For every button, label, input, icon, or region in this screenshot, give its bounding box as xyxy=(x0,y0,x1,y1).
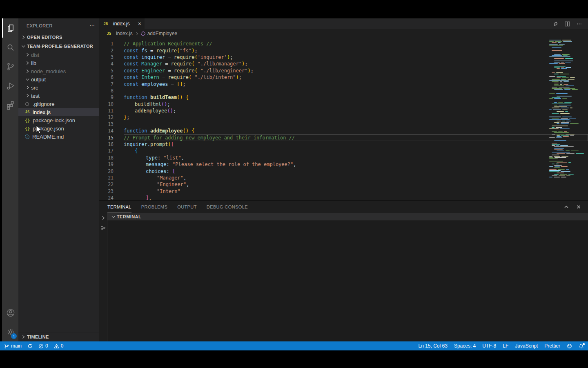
code-line-6[interactable]: 6const Intern = require( "./lib/intern")… xyxy=(99,74,588,81)
status-spaces-4[interactable]: Spaces: 4 xyxy=(454,343,476,349)
code-line-8[interactable]: 8 xyxy=(99,88,588,94)
status-label: main xyxy=(11,343,22,349)
tab-close-icon[interactable]: × xyxy=(138,21,141,27)
code-line-22[interactable]: 22"Engineer", xyxy=(99,181,588,188)
terminal-output-area[interactable] xyxy=(107,220,588,341)
open-editors-section[interactable]: OPEN EDITORS xyxy=(18,33,99,42)
chevron-right-icon[interactable] xyxy=(101,215,106,220)
line-content: message: "Please select the role of the … xyxy=(124,161,588,168)
code-editor[interactable]: 1// Application Requirements //2const fs… xyxy=(99,38,588,200)
code-line-7[interactable]: 7const employees = []; xyxy=(99,81,588,87)
code-line-3[interactable]: 3const inquirer = require('inquirer'); xyxy=(99,54,588,61)
tree-item-src[interactable]: src xyxy=(18,83,99,92)
minimap[interactable] xyxy=(549,40,585,178)
breadcrumb-file[interactable]: index.js xyxy=(116,31,133,36)
code-line-24[interactable]: 24], xyxy=(99,195,588,200)
bell-icon xyxy=(579,343,584,349)
status-javascript[interactable]: JavaScript xyxy=(515,343,538,349)
settings-icon[interactable]: 1 xyxy=(2,322,18,341)
code-line-12[interactable]: 12}; xyxy=(99,114,588,121)
panel-tab-problems[interactable]: PROBLEMS xyxy=(141,201,167,213)
status-lf[interactable]: LF xyxy=(503,343,508,349)
status-ln-15-col-63[interactable]: Ln 15, Col 63 xyxy=(419,343,448,349)
code-line-1[interactable]: 1// Application Requirements // xyxy=(99,40,588,47)
tree-item-package-json[interactable]: {}package.json xyxy=(18,124,99,132)
code-line-2[interactable]: 2const fs = require("fs"); xyxy=(99,47,588,54)
status-prettier[interactable]: Prettier xyxy=(544,343,560,349)
tree-item-lib[interactable]: lib xyxy=(18,59,99,67)
code-line-13[interactable]: 13 xyxy=(99,121,588,128)
split-terminal-icon[interactable] xyxy=(101,225,106,230)
chevron-right-icon xyxy=(25,94,29,97)
open-changes-icon[interactable] xyxy=(552,21,559,27)
code-line-11[interactable]: 11addEmployee(); xyxy=(99,108,588,114)
code-tokens: const fs = require("fs"); xyxy=(124,48,198,54)
terminal-section-header[interactable]: TERMINAL xyxy=(107,213,588,220)
timeline-label: TIMELINE xyxy=(27,334,49,339)
line-content: function addEmployee() { xyxy=(124,128,588,134)
code-line-20[interactable]: 20choices: [ xyxy=(99,168,588,174)
editor-more-actions-icon[interactable] xyxy=(576,21,582,27)
code-line-5[interactable]: 5const Engineer = require( "./lib/engine… xyxy=(99,67,588,74)
settings-badge: 1 xyxy=(11,333,17,339)
status-feedback[interactable] xyxy=(567,343,572,349)
tree-item-index-js[interactable]: JSindex.js xyxy=(18,108,99,116)
explorer-more-actions-icon[interactable]: ⋯ xyxy=(89,22,95,29)
code-line-9[interactable]: 9function buildTeam() { xyxy=(99,94,588,101)
line-content: inquirer.prompt([ xyxy=(124,141,588,148)
code-tokens: const Intern = require( "./lib/intern"); xyxy=(124,74,242,80)
chevron-right-icon xyxy=(21,36,24,39)
search-icon[interactable] xyxy=(2,38,18,57)
status-bell[interactable] xyxy=(579,343,584,349)
tree-item-label: index.js xyxy=(33,109,51,115)
indent-guide xyxy=(124,101,135,108)
vscode-window: 1 EXPLORER ⋯ OPEN EDITORS TEAM-PROFILE-G… xyxy=(0,18,588,350)
code-tokens: choices: [ xyxy=(146,168,175,174)
tree-item-package-lock-json[interactable]: {}package-lock.json xyxy=(18,116,99,124)
panel-tab-output[interactable]: OUTPUT xyxy=(177,201,197,213)
line-content xyxy=(124,121,588,128)
tree-item-dist[interactable]: dist xyxy=(18,51,99,59)
panel-tab-terminal[interactable]: TERMINAL xyxy=(107,201,131,213)
indent-guide xyxy=(135,155,146,161)
indent-guide xyxy=(135,161,146,168)
status-git-branch[interactable]: main xyxy=(4,341,22,350)
run-debug-icon[interactable] xyxy=(2,76,18,95)
explorer-icon[interactable] xyxy=(2,18,18,38)
code-line-10[interactable]: 10buildHtml(); xyxy=(99,101,588,108)
tree-item-node-modules[interactable]: node_modules xyxy=(18,67,99,75)
tree-item-test[interactable]: test xyxy=(18,92,99,100)
code-line-21[interactable]: 21"Manager", xyxy=(99,175,588,181)
tree-item-output[interactable]: output xyxy=(18,75,99,83)
tree-item-readme-md[interactable]: iREADME.md xyxy=(18,132,99,141)
tree-item-label: .gitignore xyxy=(33,101,54,107)
code-line-17[interactable]: 17{ xyxy=(99,148,588,154)
project-root-section[interactable]: TEAM-PROFILE-GENERATOR xyxy=(18,42,99,51)
indent-guide xyxy=(135,181,146,188)
code-line-23[interactable]: 23"Intern" xyxy=(99,188,588,195)
tab-indexjs[interactable]: JS index.js × xyxy=(99,18,145,29)
status-sync[interactable] xyxy=(27,341,33,350)
account-icon[interactable] xyxy=(2,303,18,322)
maximize-panel-icon[interactable] xyxy=(564,204,569,210)
source-control-icon[interactable] xyxy=(2,57,18,76)
code-line-15[interactable]: 15// Prompt for adding new employee and … xyxy=(99,134,588,141)
extensions-icon[interactable] xyxy=(2,95,18,114)
close-panel-icon[interactable] xyxy=(576,204,581,210)
status-error[interactable]: 0 xyxy=(38,341,48,350)
code-line-18[interactable]: 18type: "list", xyxy=(99,155,588,161)
code-line-4[interactable]: 4const Manager = require( "./lib/manager… xyxy=(99,61,588,67)
panel-tab-debug-console[interactable]: DEBUG CONSOLE xyxy=(207,201,248,213)
code-line-16[interactable]: 16inquirer.prompt([ xyxy=(99,141,588,148)
split-editor-icon[interactable] xyxy=(564,21,570,27)
project-root-label: TEAM-PROFILE-GENERATOR xyxy=(27,44,93,49)
timeline-section[interactable]: TIMELINE xyxy=(18,332,99,341)
breadcrumb-symbol[interactable]: addEmployee xyxy=(147,31,177,36)
status-utf-8[interactable]: UTF-8 xyxy=(482,343,496,349)
code-line-14[interactable]: 14function addEmployee() { xyxy=(99,128,588,134)
indent-guide xyxy=(124,188,135,195)
tree-item--gitignore[interactable]: .gitignore xyxy=(18,100,99,108)
line-content: ], xyxy=(124,195,588,200)
status-warning[interactable]: 0 xyxy=(54,341,64,350)
code-line-19[interactable]: 19message: "Please select the role of th… xyxy=(99,161,588,168)
